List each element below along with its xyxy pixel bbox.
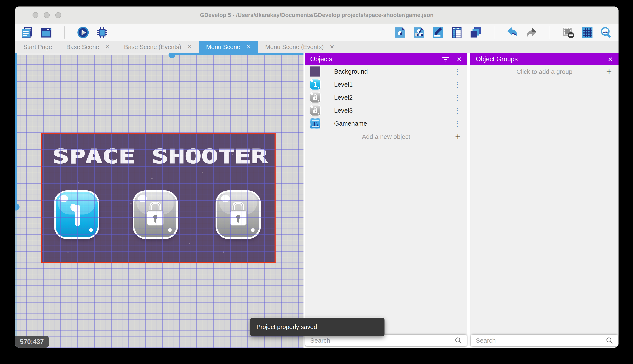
- scene-editor-canvas[interactable]: SPACE SHOOTER: [15, 53, 303, 348]
- add-object-plus-icon[interactable]: +: [455, 132, 461, 142]
- save-toast: Project properly saved: [250, 318, 385, 336]
- panel-divider[interactable]: [467, 53, 470, 348]
- level3-thumbnail: [310, 106, 320, 116]
- scene-stars: [42, 134, 43, 135]
- close-window-button[interactable]: [33, 12, 39, 18]
- objects-panel-header: Objects ✕: [305, 53, 467, 65]
- maximize-window-button[interactable]: [55, 12, 61, 18]
- level2-thumbnail: [310, 92, 320, 102]
- horizontal-scrollbar[interactable]: [172, 53, 303, 55]
- objects-search-input[interactable]: [310, 337, 455, 344]
- redo-icon[interactable]: [525, 26, 537, 38]
- screen: GDevelop 5 - /Users/dkarakay/Documents/G…: [0, 0, 633, 364]
- digit-1-glyph: [65, 200, 88, 230]
- tab-label: Base Scene (Events): [124, 44, 181, 50]
- horizontal-scrollbar-thumb[interactable]: [169, 53, 175, 58]
- objects-editor-icon[interactable]: [394, 26, 406, 38]
- toolbar-right-group: 1:1: [394, 26, 612, 38]
- window-icon[interactable]: [40, 26, 52, 38]
- object-row-level2[interactable]: Level2 ⋮: [305, 91, 467, 104]
- lock-icon: [312, 94, 318, 101]
- objects-panel-title: Objects: [310, 55, 434, 63]
- horizontal-scrollbar-track[interactable]: [15, 53, 172, 55]
- objects-search-bar: [305, 335, 467, 346]
- add-object-row[interactable]: Add a new object +: [305, 130, 467, 143]
- close-panel-icon[interactable]: ✕: [457, 56, 462, 63]
- toast-message: Project properly saved: [256, 324, 317, 330]
- minimize-window-button[interactable]: [44, 12, 50, 18]
- object-groups-editor-icon[interactable]: [413, 26, 425, 38]
- traffic-lights: [33, 12, 61, 18]
- grid-icon[interactable]: [581, 26, 593, 38]
- properties-icon[interactable]: [432, 26, 444, 38]
- object-menu-icon[interactable]: ⋮: [452, 107, 462, 114]
- gamename-thumbnail: Tx: [310, 118, 320, 128]
- lock-icon: [227, 201, 249, 228]
- tab-close-icon[interactable]: ✕: [246, 44, 251, 50]
- object-name: Level3: [334, 107, 452, 114]
- scene-title-text-instance[interactable]: SPACE SHOOTER: [53, 146, 269, 167]
- debugger-bug-icon[interactable]: [96, 26, 108, 38]
- object-row-level1[interactable]: 1 Level1 ⋮: [305, 78, 467, 91]
- search-icon: [606, 337, 613, 344]
- app-window: GDevelop 5 - /Users/dkarakay/Documents/G…: [15, 6, 618, 348]
- vertical-scrollbar-thumb[interactable]: [15, 204, 20, 210]
- tab-label: Menu Scene (Events): [265, 44, 324, 50]
- filter-icon[interactable]: [442, 56, 449, 62]
- preview-play-icon[interactable]: [77, 26, 89, 38]
- button-highlight-dot: [168, 228, 172, 232]
- tab-base-scene[interactable]: Base Scene ✕: [59, 41, 117, 53]
- tab-close-icon[interactable]: ✕: [105, 44, 110, 50]
- undo-icon[interactable]: [506, 26, 519, 38]
- layers-editor-icon[interactable]: [470, 26, 482, 38]
- vertical-scrollbar-track[interactable]: [15, 207, 17, 348]
- object-row-gamename[interactable]: Tx Gamename ⋮: [305, 117, 467, 130]
- tab-label: Menu Scene: [206, 44, 240, 50]
- object-groups-panel: Object Groups ✕ Click to add a group +: [470, 53, 618, 348]
- toolbar: 1:1: [15, 24, 618, 41]
- level2-button-instance[interactable]: [134, 192, 176, 237]
- tab-label: Start Page: [23, 44, 52, 50]
- instances-list-icon[interactable]: [451, 26, 463, 38]
- close-panel-icon[interactable]: ✕: [608, 56, 613, 63]
- object-menu-icon[interactable]: ⋮: [452, 81, 462, 88]
- tab-bar: Start Page Base Scene ✕ Base Scene (Even…: [15, 41, 618, 53]
- tab-menu-scene-events[interactable]: Menu Scene (Events) ✕: [258, 41, 342, 53]
- groups-search-bar: [471, 335, 618, 346]
- tab-menu-scene[interactable]: Menu Scene ✕: [199, 41, 258, 53]
- project-manager-icon[interactable]: [21, 26, 33, 38]
- add-group-label: Click to add a group: [516, 68, 572, 75]
- zoom-1-1-icon[interactable]: 1:1: [600, 26, 612, 38]
- svg-text:1:1: 1:1: [603, 30, 608, 33]
- object-menu-icon[interactable]: ⋮: [452, 94, 462, 101]
- lock-icon: [312, 107, 318, 114]
- object-groups-panel-title: Object Groups: [476, 55, 600, 63]
- title-bar: GDevelop 5 - /Users/dkarakay/Documents/G…: [15, 6, 618, 24]
- add-group-plus-icon[interactable]: +: [606, 67, 612, 76]
- tab-close-icon[interactable]: ✕: [187, 44, 192, 50]
- add-group-row[interactable]: Click to add a group +: [470, 65, 618, 78]
- object-row-level3[interactable]: Level3 ⋮: [305, 104, 467, 117]
- tab-start-page[interactable]: Start Page: [16, 41, 59, 53]
- object-menu-icon[interactable]: ⋮: [452, 68, 462, 75]
- groups-search-input[interactable]: [476, 337, 606, 344]
- cursor-coordinates-badge: 570;437: [15, 336, 49, 348]
- object-row-background[interactable]: Background ⋮: [305, 65, 467, 78]
- objects-panel: Objects ✕ Background ⋮: [305, 53, 467, 348]
- level1-thumbnail: 1: [310, 80, 320, 90]
- toolbar-divider: [494, 26, 494, 38]
- tab-close-icon[interactable]: ✕: [330, 44, 334, 50]
- button-highlight-dot: [89, 228, 93, 232]
- window-mask-icon[interactable]: [562, 26, 574, 38]
- level1-button-instance[interactable]: [56, 192, 98, 237]
- search-icon: [455, 337, 462, 344]
- add-object-label: Add a new object: [362, 133, 410, 140]
- object-name: Gamename: [334, 120, 452, 127]
- object-menu-icon[interactable]: ⋮: [452, 120, 462, 127]
- main-area: SPACE SHOOTER: [15, 53, 618, 348]
- level3-button-instance[interactable]: [217, 192, 259, 237]
- vertical-scrollbar[interactable]: [15, 53, 17, 207]
- tab-base-scene-events[interactable]: Base Scene (Events) ✕: [117, 41, 199, 53]
- scene-background-instance[interactable]: SPACE SHOOTER: [42, 134, 274, 262]
- object-name: Level2: [334, 94, 452, 101]
